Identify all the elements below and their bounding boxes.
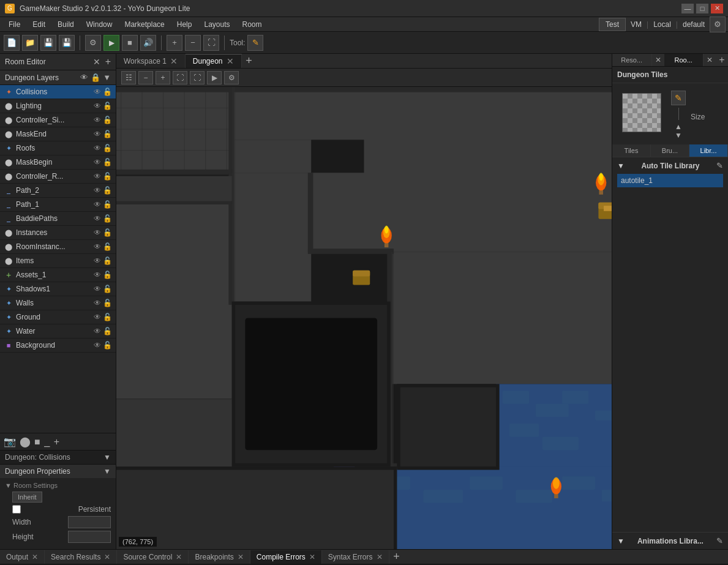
- lock-icon[interactable]: 🔒: [91, 73, 100, 82]
- layer-lock-roofs[interactable]: 🔓: [103, 144, 112, 152]
- bottom-tab-add[interactable]: +: [389, 550, 404, 564]
- layer-eye-water[interactable]: 👁: [94, 327, 101, 335]
- layer-eye-ground[interactable]: 👁: [94, 313, 101, 321]
- subtab-brush[interactable]: Bru...: [651, 144, 689, 157]
- clean-button[interactable]: 🔊: [140, 35, 156, 51]
- settings-button[interactable]: ⚙: [710, 17, 726, 32]
- layer-path1[interactable]: ⎯ Path_1 👁 🔓: [0, 198, 116, 212]
- compile-button[interactable]: ⚙: [85, 35, 101, 51]
- layer-eye-instances[interactable]: 👁: [94, 228, 101, 237]
- size-down-arrow[interactable]: ▼: [675, 131, 682, 140]
- zoom-out-button[interactable]: −: [185, 35, 201, 51]
- play-preview-button[interactable]: ▶: [207, 71, 222, 84]
- layer-lock-water[interactable]: 🔓: [103, 327, 112, 335]
- add-layer-btn[interactable]: +: [54, 436, 59, 447]
- layer-lock-items[interactable]: 🔓: [103, 256, 112, 265]
- layer-lock-ground[interactable]: 🔓: [103, 313, 112, 321]
- layer-eye-path2[interactable]: 👁: [94, 186, 101, 195]
- zoom-in-editor[interactable]: +: [156, 71, 170, 84]
- tab-add-button[interactable]: +: [242, 54, 257, 68]
- layer-eye-lighting[interactable]: 👁: [94, 102, 101, 110]
- btab-compile-errors[interactable]: Compile Errors ✕: [250, 550, 322, 564]
- btab-output-close[interactable]: ✕: [32, 553, 38, 561]
- layer-eye-maskend[interactable]: 👁: [94, 130, 101, 138]
- maximize-button[interactable]: □: [696, 4, 708, 13]
- layer-eye-csi[interactable]: 👁: [94, 116, 101, 124]
- inherit-button[interactable]: Inherit: [12, 492, 42, 503]
- tab-dungeon-close[interactable]: ✕: [227, 57, 234, 65]
- layer-roofs[interactable]: ✦ Roofs 👁 🔓: [0, 141, 116, 155]
- menu-edit[interactable]: Edit: [26, 19, 51, 30]
- layer-controller-si[interactable]: ⬤ Controller_Si... 👁 🔓: [0, 113, 116, 127]
- anim-edit-icon[interactable]: ✎: [716, 536, 723, 545]
- layer-eye-roofs[interactable]: 👁: [94, 144, 101, 152]
- room-editor-add[interactable]: +: [105, 56, 111, 67]
- tile-pencil-button[interactable]: ✎: [671, 91, 686, 105]
- layer-lock-maskbegin[interactable]: 🔓: [103, 158, 112, 167]
- btab-bp-close[interactable]: ✕: [238, 553, 244, 561]
- add-layer-img-btn[interactable]: 📷: [4, 436, 16, 447]
- layer-walls[interactable]: ✦ Walls 👁 🔓: [0, 296, 116, 310]
- minimize-button[interactable]: —: [681, 4, 694, 13]
- layer-controller-r[interactable]: ⬤ Controller_R... 👁 🔓: [0, 170, 116, 184]
- menu-layouts[interactable]: Layouts: [198, 19, 236, 30]
- layer-collisions[interactable]: ✦ Collisions 👁 🔓: [0, 85, 116, 99]
- layer-lock-collisions[interactable]: 🔓: [103, 88, 112, 96]
- layer-eye-background[interactable]: 👁: [94, 341, 101, 350]
- layer-eye-cr[interactable]: 👁: [94, 172, 101, 181]
- menu-window[interactable]: Window: [80, 19, 119, 30]
- layer-eye-path1[interactable]: 👁: [94, 200, 101, 209]
- btab-sc-close[interactable]: ✕: [176, 553, 182, 561]
- layer-eye-collisions[interactable]: 👁: [94, 88, 101, 96]
- layer-ground[interactable]: ✦ Ground 👁 🔓: [0, 310, 116, 324]
- size-up-arrow[interactable]: ▲: [675, 122, 682, 131]
- add-layer-tile-btn[interactable]: ■: [34, 436, 40, 447]
- subtab-library[interactable]: Libr...: [689, 144, 728, 157]
- test-button[interactable]: Test: [599, 18, 626, 31]
- fullscreen-button[interactable]: ⛶: [190, 71, 205, 84]
- menu-help[interactable]: Help: [171, 19, 198, 30]
- layer-maskend[interactable]: ⬤ MaskEnd 👁 🔓: [0, 127, 116, 141]
- layer-roominstances[interactable]: ⬤ RoomInstanc... 👁 🔓: [0, 240, 116, 254]
- layer-lock-baddiepaths[interactable]: 🔓: [103, 214, 112, 223]
- zoom-out-editor[interactable]: −: [138, 71, 153, 84]
- eye-icon[interactable]: 👁: [80, 73, 88, 82]
- room-editor-close[interactable]: ✕: [93, 57, 100, 67]
- rp-tab-room[interactable]: Roo...: [664, 54, 704, 66]
- btab-ce-close[interactable]: ✕: [309, 553, 315, 561]
- persistent-checkbox[interactable]: [12, 505, 21, 514]
- layer-lock-maskend[interactable]: 🔓: [103, 130, 112, 138]
- layer-instances[interactable]: ⬤ Instances 👁 🔓: [0, 226, 116, 240]
- btab-output[interactable]: Output ✕: [0, 550, 45, 564]
- tab-workspace1-close[interactable]: ✕: [170, 57, 178, 65]
- layer-eye-assets1[interactable]: 👁: [94, 271, 101, 279]
- grid-button[interactable]: ☷: [121, 71, 136, 84]
- rp-add-button[interactable]: +: [716, 54, 728, 66]
- pencil-tool[interactable]: ✎: [247, 35, 263, 51]
- layer-lock-lighting[interactable]: 🔓: [103, 102, 112, 110]
- layer-lock-shadows1[interactable]: 🔓: [103, 285, 112, 293]
- layer-info-expand[interactable]: ▼: [103, 453, 111, 462]
- layer-items[interactable]: ⬤ Items 👁 🔓: [0, 254, 116, 268]
- canvas-area[interactable]: (762, 775): [116, 87, 612, 549]
- layer-baddiepaths[interactable]: ⎯ BaddiePaths 👁 🔓: [0, 212, 116, 226]
- layer-lock-background[interactable]: 🔓: [103, 341, 112, 350]
- layer-lock-instances[interactable]: 🔓: [103, 228, 112, 237]
- save-all-button[interactable]: 💾: [59, 35, 75, 51]
- add-layer-circle-btn[interactable]: ⬤: [20, 436, 31, 447]
- props-header[interactable]: Dungeon Properties ▼: [0, 465, 116, 478]
- btab-breakpoints[interactable]: Breakpoints ✕: [189, 550, 250, 564]
- rp-tab-resources[interactable]: Reso...: [612, 54, 652, 66]
- btab-syntax-errors[interactable]: Syntax Errors ✕: [322, 550, 389, 564]
- open-button[interactable]: 📁: [22, 35, 38, 51]
- layer-water[interactable]: ✦ Water 👁 🔓: [0, 324, 116, 339]
- layer-lock-path1[interactable]: 🔓: [103, 200, 112, 209]
- layer-lock-cr[interactable]: 🔓: [103, 172, 112, 181]
- add-layer-path-btn[interactable]: ⎯: [44, 436, 50, 447]
- zoom-fit-button[interactable]: ⛶: [203, 35, 219, 51]
- layer-path2[interactable]: ⎯ Path_2 👁 🔓: [0, 184, 116, 198]
- height-input[interactable]: 2048: [68, 531, 111, 543]
- layer-assets1[interactable]: + Assets_1 👁 🔓: [0, 268, 116, 282]
- zoom-in-button[interactable]: +: [167, 35, 182, 51]
- close-button[interactable]: ✕: [711, 4, 723, 13]
